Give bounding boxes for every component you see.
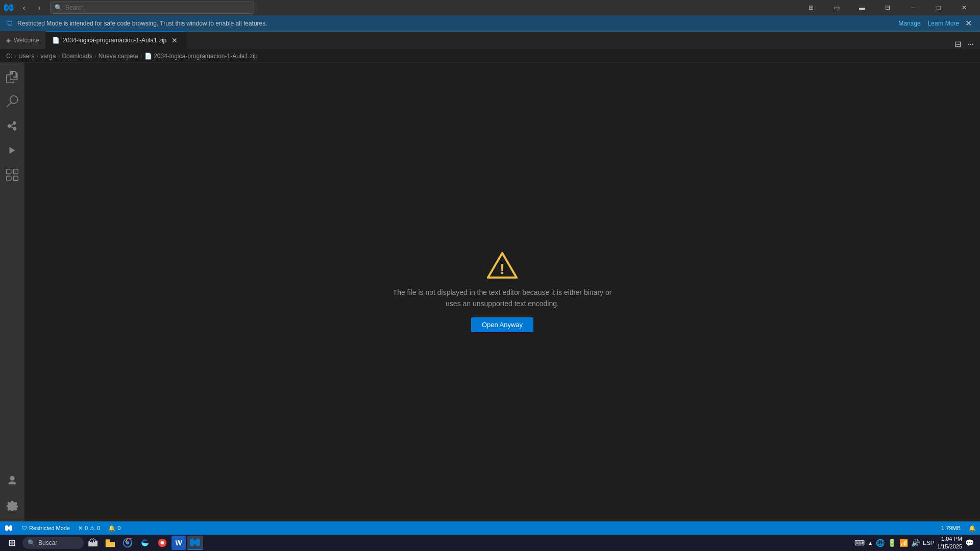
taskbar-search-icon: 🔍: [28, 539, 35, 546]
taskbar-keyboard-icon[interactable]: ⌨: [854, 539, 865, 547]
warning-icon: ⚠: [90, 525, 95, 532]
breadcrumb-zip-file[interactable]: 📄 2034-logica-programacion-1-Aula1.zip: [144, 53, 258, 60]
panel-button[interactable]: ▬: [850, 0, 874, 15]
vscode-status-icon: [5, 524, 12, 532]
activity-bar-bottom: [0, 468, 24, 521]
status-file-size[interactable]: 1.79MB: [937, 521, 965, 535]
forward-button[interactable]: ›: [33, 2, 46, 13]
tab-welcome[interactable]: ◈ Welcome: [0, 31, 46, 49]
main-layout: ! The file is not displayed in the text …: [0, 63, 980, 521]
warning-message: The file is not displayed in the text ed…: [393, 287, 612, 310]
status-errors[interactable]: ✕ 0 ⚠ 0: [74, 521, 104, 535]
tab-zip-label: 2034-logica-programacion-1-Aula1.zip: [63, 37, 166, 44]
taskbar-clock[interactable]: 1:04 PM 1/15/2025: [937, 535, 962, 551]
taskbar-notification-icon[interactable]: 💬: [965, 539, 974, 547]
tab-actions: ⊟ ···: [952, 39, 980, 49]
activity-settings[interactable]: [0, 493, 24, 517]
start-button[interactable]: ⊞: [2, 535, 21, 551]
activity-extensions[interactable]: [0, 163, 24, 187]
maximize-button[interactable]: □: [927, 0, 950, 15]
sidebar-button[interactable]: ▭: [825, 0, 848, 15]
svg-point-5: [126, 541, 130, 545]
taskbar-app-chrome2[interactable]: [154, 536, 170, 550]
status-restricted-mode[interactable]: 🛡 Restricted Mode: [17, 521, 74, 535]
breadcrumb-c[interactable]: C:: [6, 53, 12, 60]
notification-icon: 🔔: [108, 525, 115, 532]
editor-content: ! The file is not displayed in the text …: [24, 63, 980, 521]
warning-line2: uses an unsupported text encoding.: [446, 299, 559, 308]
search-input[interactable]: [65, 4, 250, 11]
taskbar-app-explorer[interactable]: [102, 536, 118, 550]
nav-buttons: ‹ ›: [17, 2, 46, 13]
account-icon: [7, 475, 18, 486]
explorer-icon: [6, 71, 18, 83]
edge-icon: [140, 538, 150, 548]
run-debug-icon: [6, 144, 18, 157]
activity-run-debug[interactable]: [0, 138, 24, 163]
taskbar-volume-icon[interactable]: 🔊: [911, 539, 920, 547]
title-bar: ‹ › 🔍 ⊞ ▭ ▬ ⊟ ─ □ ✕: [0, 0, 980, 15]
more-tabs-button[interactable]: ···: [965, 40, 976, 49]
warning-line1: The file is not displayed in the text ed…: [393, 288, 612, 296]
chrome2-icon: [157, 538, 167, 548]
svg-point-7: [161, 541, 164, 545]
status-bar-right: 1.79MB 🔔: [937, 521, 980, 535]
warning-triangle-icon: !: [487, 252, 518, 279]
breadcrumb-users[interactable]: Users: [18, 53, 34, 60]
tab-welcome-label: Welcome: [14, 37, 39, 44]
activity-source-control[interactable]: [0, 114, 24, 138]
tab-zip-file[interactable]: 📄 2034-logica-programacion-1-Aula1.zip ✕: [46, 31, 186, 49]
breadcrumb: C: › Users › varga › Downloads › Nueva c…: [0, 49, 980, 63]
back-button[interactable]: ‹: [17, 2, 31, 13]
minimize-button[interactable]: ─: [901, 0, 925, 15]
vscode-taskbar-icon: [190, 537, 200, 547]
search-bar[interactable]: 🔍: [50, 2, 254, 14]
banner-close-button[interactable]: ✕: [963, 18, 974, 28]
taskbar-search-label: Buscar: [38, 539, 57, 546]
taskbar-app-chrome[interactable]: [119, 536, 136, 550]
status-notifications[interactable]: 🔔 0: [104, 521, 125, 535]
taskbar-chevron-icon[interactable]: ▲: [868, 540, 873, 546]
taskbar-wifi-icon: 📶: [899, 539, 908, 547]
breadcrumb-varga[interactable]: varga: [40, 53, 56, 60]
manage-link[interactable]: Manage: [898, 20, 920, 27]
status-bell[interactable]: 🔔: [965, 521, 980, 535]
activity-explorer[interactable]: [0, 65, 24, 89]
taskbar-app-word[interactable]: W: [172, 536, 186, 550]
error-icon: ✕: [78, 525, 83, 532]
tab-close-button[interactable]: ✕: [169, 35, 180, 45]
taskbar: ⊞ 🔍 Buscar 🏔 W: [0, 535, 980, 551]
customize-layout-button[interactable]: ⊟: [876, 0, 899, 15]
file-explorer-icon: [105, 538, 115, 548]
activity-bar: [0, 63, 24, 521]
source-control-icon: [6, 120, 18, 132]
status-bar-left: 🛡 Restricted Mode ✕ 0 ⚠ 0 🔔 0: [0, 521, 125, 535]
restricted-mode-label: Restricted Mode: [29, 525, 70, 531]
activity-search[interactable]: [0, 89, 24, 114]
taskbar-lang[interactable]: ESP: [923, 540, 934, 546]
status-vscode-icon[interactable]: [0, 521, 17, 535]
welcome-icon: ◈: [6, 37, 11, 44]
taskbar-app-vscode[interactable]: [187, 536, 203, 550]
svg-text:!: !: [500, 261, 504, 277]
taskbar-app-wallpaper[interactable]: 🏔: [85, 536, 101, 550]
split-editor-button[interactable]: ⊟: [952, 39, 963, 49]
layout-button[interactable]: ⊞: [799, 0, 823, 15]
taskbar-network-icon: 🌐: [876, 539, 885, 547]
chrome-icon: [122, 538, 133, 548]
activity-account[interactable]: [0, 468, 24, 493]
search-icon: 🔍: [55, 4, 62, 11]
shield-icon: 🛡: [6, 19, 13, 28]
taskbar-app-edge[interactable]: [137, 536, 153, 550]
file-size-label: 1.79MB: [941, 525, 961, 531]
breadcrumb-downloads[interactable]: Downloads: [62, 53, 92, 60]
open-anyway-button[interactable]: Open Anyway: [471, 317, 533, 332]
learn-more-link[interactable]: Learn More: [928, 20, 959, 27]
breadcrumb-nueva-carpeta[interactable]: Nueva carpeta: [99, 53, 138, 60]
close-button[interactable]: ✕: [952, 0, 976, 15]
restricted-mode-icon: 🛡: [21, 525, 27, 531]
taskbar-search[interactable]: 🔍 Buscar: [22, 537, 84, 549]
title-bar-left: ‹ › 🔍: [4, 2, 254, 14]
restricted-mode-banner: 🛡 Restricted Mode is intended for safe c…: [0, 15, 980, 32]
settings-icon: [7, 499, 18, 511]
